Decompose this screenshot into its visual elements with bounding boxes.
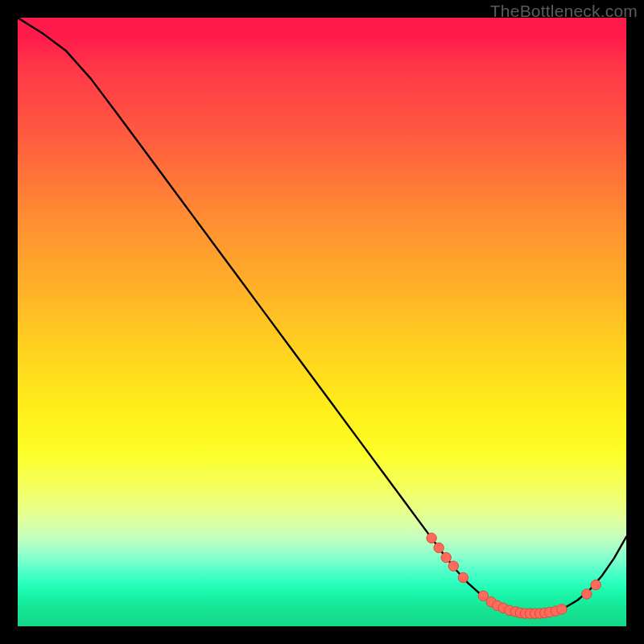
bottleneck-curve bbox=[18, 18, 626, 613]
curve-marker bbox=[441, 552, 451, 562]
curve-marker bbox=[557, 605, 567, 614]
watermark-text: TheBottleneck.com bbox=[490, 2, 638, 21]
curve-marker bbox=[427, 533, 436, 543]
curve-marker bbox=[582, 589, 592, 599]
curve-overlay bbox=[18, 18, 626, 626]
curve-marker bbox=[434, 543, 444, 552]
curve-markers bbox=[427, 533, 601, 618]
curve-marker bbox=[458, 572, 468, 582]
chart-stage: TheBottleneck.com bbox=[0, 0, 644, 644]
curve-marker bbox=[448, 561, 458, 571]
plot-area bbox=[18, 18, 626, 626]
curve-marker bbox=[591, 580, 601, 589]
